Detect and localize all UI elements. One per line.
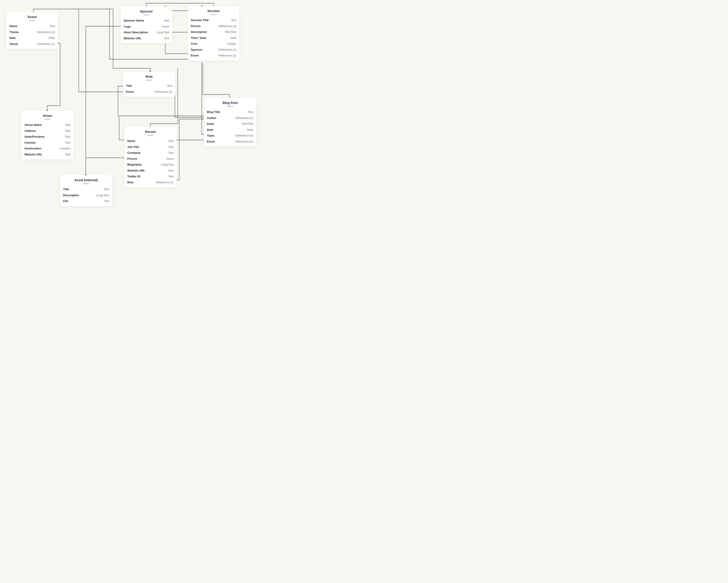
field-row[interactable]: AuthorReference (n) bbox=[207, 115, 253, 121]
field-row[interactable]: AddressText bbox=[24, 128, 70, 134]
field-row[interactable]: Time / DateDate bbox=[191, 35, 236, 41]
field-row[interactable]: BiographyLong Text bbox=[127, 162, 174, 168]
field-row[interactable]: EventReference (1) bbox=[191, 53, 236, 58]
drag-handle[interactable] bbox=[211, 14, 216, 15]
drag-handle[interactable] bbox=[144, 15, 149, 16]
entity-title: Session bbox=[191, 9, 236, 12]
entity-event[interactable]: EventNameTextThemeReference (n)DateDateV… bbox=[6, 12, 58, 49]
field-type: Text bbox=[164, 36, 169, 40]
entity-session[interactable]: SessionSession TitleTextPersonReference … bbox=[188, 6, 239, 61]
entity-role[interactable]: RoleTitleTextEventReference (1) bbox=[123, 72, 175, 97]
field-row[interactable]: TopicReference (n) bbox=[207, 133, 253, 139]
field-name: Description bbox=[63, 194, 79, 197]
field-name: Venue Name bbox=[24, 123, 42, 127]
field-row[interactable]: TitleText bbox=[63, 186, 109, 192]
drag-handle[interactable] bbox=[146, 80, 152, 81]
field-row[interactable]: ThemeReference (n) bbox=[9, 29, 55, 35]
field-row[interactable]: Website URLText bbox=[124, 35, 169, 42]
field-row[interactable]: Session TitleText bbox=[191, 17, 236, 23]
field-type: Text bbox=[65, 129, 70, 133]
field-type: Reference (n) bbox=[235, 116, 253, 120]
drag-handle[interactable] bbox=[227, 106, 233, 107]
field-row[interactable]: EventReference (1) bbox=[207, 139, 253, 145]
field-row[interactable]: NameText bbox=[127, 138, 174, 144]
entity-blogpost[interactable]: Blog PostBlog TitleTextAuthorReference (… bbox=[204, 98, 256, 147]
field-name: Biography bbox=[127, 163, 142, 167]
field-type: Reference (1) bbox=[37, 42, 55, 46]
connector-line bbox=[203, 63, 230, 98]
field-row[interactable]: TitleText bbox=[126, 83, 172, 89]
field-row[interactable]: SponsorReference (1) bbox=[191, 47, 236, 53]
field-type: Text bbox=[168, 145, 174, 149]
field-row[interactable]: LogoAsset bbox=[124, 24, 169, 30]
field-row[interactable]: Website URLText bbox=[127, 168, 174, 174]
field-name: Website URL bbox=[24, 153, 42, 156]
field-row[interactable]: RoleReference (1) bbox=[127, 179, 174, 185]
entity-person[interactable]: PersonNameTextJob TitleTextCompanyTextPi… bbox=[124, 127, 177, 187]
field-row[interactable]: bodyRichText bbox=[207, 121, 253, 127]
field-row[interactable]: NameText bbox=[9, 23, 55, 29]
diagram-canvas[interactable]: EventNameTextThemeReference (n)DateDateV… bbox=[0, 0, 260, 208]
field-row[interactable]: CostInteger bbox=[191, 41, 236, 47]
field-name: Name bbox=[9, 24, 17, 28]
field-row[interactable]: PersonReference (n) bbox=[191, 23, 236, 29]
entity-venue[interactable]: VenueVenue NameTextAddressTextState/Prov… bbox=[22, 111, 73, 159]
field-type: Reference (1) bbox=[235, 140, 253, 144]
entity-title: Sponsor bbox=[124, 9, 169, 13]
field-row[interactable]: PictureAsset bbox=[127, 156, 174, 162]
drag-handle[interactable] bbox=[29, 20, 35, 21]
field-type: Long Text bbox=[97, 194, 109, 197]
field-name: Event bbox=[207, 140, 215, 144]
field-name: Title bbox=[126, 84, 132, 88]
entity-asset[interactable]: Asset (internal)TitleTextDescriptionLong… bbox=[60, 175, 112, 206]
field-row[interactable]: CompanyText bbox=[127, 150, 174, 156]
field-type: Text bbox=[65, 135, 70, 139]
entity-sponsor[interactable]: SponsorSponsor NameTextLogoAssetShort De… bbox=[121, 6, 172, 43]
field-name: File bbox=[63, 199, 68, 203]
field-row[interactable]: DateDate bbox=[9, 35, 55, 41]
field-row[interactable]: Job TitleText bbox=[127, 144, 174, 150]
entity-title: Asset (internal) bbox=[63, 178, 109, 182]
drag-handle[interactable] bbox=[83, 183, 89, 184]
field-row[interactable]: VenueReference (1) bbox=[9, 41, 55, 47]
connector-line bbox=[86, 26, 121, 175]
field-row[interactable]: GeolocationLocation bbox=[24, 146, 70, 152]
field-row[interactable]: DescriptionLong Text bbox=[63, 192, 109, 198]
field-row[interactable]: DateDate bbox=[207, 127, 253, 133]
field-type: Reference (n) bbox=[37, 30, 55, 34]
field-row[interactable]: CountryText bbox=[24, 140, 70, 146]
field-row[interactable]: Short DescriptionLong Text bbox=[124, 29, 169, 35]
field-row[interactable]: EventReference (1) bbox=[126, 89, 172, 95]
field-row[interactable]: Twitter IDText bbox=[127, 173, 174, 179]
field-name: Blog Title bbox=[207, 110, 220, 114]
field-row[interactable]: State/ProvinceText bbox=[24, 134, 70, 140]
field-name: Address bbox=[24, 129, 36, 133]
field-type: Text bbox=[231, 18, 236, 22]
field-name: Theme bbox=[9, 30, 19, 34]
field-name: body bbox=[207, 122, 214, 126]
field-type: Asset bbox=[166, 157, 174, 161]
drag-handle[interactable] bbox=[45, 119, 50, 120]
field-type: Text bbox=[50, 24, 55, 28]
field-row[interactable]: Blog TitleText bbox=[207, 109, 253, 115]
field-name: Description bbox=[191, 30, 207, 34]
field-row[interactable]: Website URLText bbox=[24, 152, 70, 157]
field-name: Author bbox=[207, 116, 216, 120]
field-type: Text bbox=[168, 175, 174, 178]
field-type: Date bbox=[247, 128, 253, 132]
field-name: Short Description bbox=[124, 30, 148, 34]
field-type: Reference (n) bbox=[218, 24, 236, 28]
field-type: Long Text bbox=[161, 163, 174, 167]
field-type: Reference (1) bbox=[155, 90, 172, 94]
field-name: Title bbox=[63, 187, 69, 191]
field-row[interactable]: FileFile bbox=[63, 198, 109, 204]
field-type: Date bbox=[230, 36, 236, 40]
field-type: Reference (1) bbox=[218, 48, 236, 52]
field-row[interactable]: Venue NameText bbox=[24, 122, 70, 128]
drag-handle[interactable] bbox=[148, 135, 153, 136]
field-name: Venue bbox=[9, 42, 18, 46]
field-row[interactable]: Sponsor NameText bbox=[124, 18, 169, 24]
field-type: Text bbox=[65, 141, 70, 145]
field-name: Event bbox=[191, 54, 199, 57]
field-row[interactable]: DescriptionRichText bbox=[191, 29, 236, 35]
